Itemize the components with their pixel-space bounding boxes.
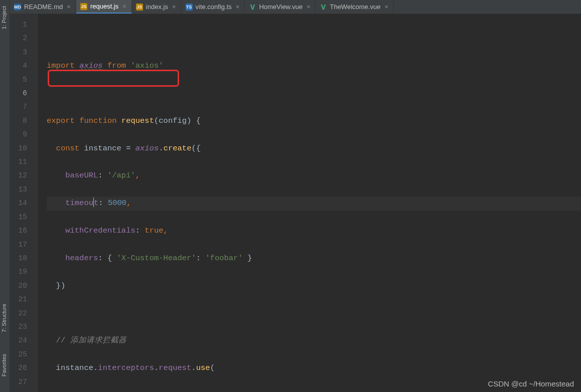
editor-tab-index-js[interactable]: JSindex.js× (132, 0, 182, 14)
close-icon[interactable]: × (307, 3, 311, 11)
close-icon[interactable]: × (236, 3, 240, 11)
ident-instance-2: instance (56, 363, 93, 372)
code-area[interactable]: import axios from 'axios' export functio… (38, 14, 581, 392)
close-icon[interactable]: × (67, 3, 71, 11)
line-number-gutter: 1234567891011121314151617181920212223242… (10, 14, 38, 392)
val-5000: 5000 (108, 199, 126, 208)
method-use: use (196, 363, 210, 372)
line-number: 23 (10, 320, 37, 334)
line-number: 17 (10, 238, 37, 252)
identifier-axios: axios (79, 61, 103, 70)
val-api: '/api' (107, 171, 135, 180)
line-number: 7 (10, 100, 37, 114)
line-number: 2 (10, 32, 37, 45)
md-file-icon: MD (14, 4, 21, 11)
tab-label: index.js (146, 3, 168, 11)
string-axios: 'axios' (130, 61, 163, 70)
comment-text-11: 添加请求拦截器 (70, 336, 126, 345)
close-icon[interactable]: × (172, 3, 176, 11)
js-file-icon: JS (80, 3, 87, 10)
prop-timeout-b: t (94, 199, 98, 208)
keyword-import: import (47, 61, 75, 70)
code-editor[interactable]: 1234567891011121314151617181920212223242… (10, 14, 581, 392)
line-number: 14 (10, 197, 37, 210)
editor-tab-vite-config-ts[interactable]: TSvite.config.ts× (182, 0, 245, 14)
keyword-export: export (47, 116, 75, 125)
line-number: 21 (10, 293, 37, 306)
keyword-from: from (107, 61, 126, 70)
line-number: 3 (10, 46, 37, 59)
sidebar-tab-structure[interactable]: 7: Structure (0, 301, 10, 335)
header-key: 'X-Custom-Header' (117, 254, 196, 263)
func-request: request (121, 116, 154, 125)
line-number: 12 (10, 169, 37, 182)
line-number: 1 (10, 18, 37, 32)
method-create: create (164, 144, 192, 153)
prop-baseurl: baseURL (65, 171, 98, 180)
line-number: 6 (10, 87, 37, 100)
header-val: 'foobar' (205, 254, 242, 263)
line-number: 9 (10, 128, 37, 141)
line-number: 8 (10, 114, 37, 128)
line-number: 10 (10, 142, 37, 155)
line-number: 22 (10, 307, 37, 320)
left-tool-sidebar: 1: Project 7: Structure Favorites (0, 0, 10, 392)
prop-withcred: withCredentials (65, 226, 135, 235)
close-icon[interactable]: × (122, 3, 126, 10)
prop-request: request (159, 363, 191, 372)
prop-interceptors: interceptors (98, 363, 154, 372)
line-number: 20 (10, 279, 37, 293)
line-number: 11 (10, 155, 37, 169)
sidebar-tab-project[interactable]: 1: Project (0, 3, 10, 32)
line-number: 19 (10, 265, 37, 279)
line-number: 16 (10, 224, 37, 238)
line-number: 24 (10, 334, 37, 347)
line-number: 25 (10, 348, 37, 361)
line-number: 15 (10, 211, 37, 224)
line-number: 18 (10, 252, 37, 265)
tab-label: request.js (90, 3, 118, 10)
keyword-function: function (79, 116, 116, 125)
prop-timeout-a: timeou (65, 199, 93, 208)
param-config: config (159, 116, 187, 125)
line-number: 4 (10, 59, 37, 73)
prop-headers: headers (65, 254, 98, 263)
editor-tab-thewelcome-vue[interactable]: VTheWelcome.vue× (316, 0, 394, 14)
line-number: 26 (10, 361, 37, 375)
val-true: true (144, 226, 163, 235)
vue-file-icon: V (249, 4, 256, 11)
ident-axios2: axios (135, 144, 159, 153)
comment-slashes-11: // (56, 336, 70, 345)
line-number: 27 (10, 375, 37, 389)
editor-tab-homeview-vue[interactable]: VHomeView.vue× (245, 0, 316, 14)
close-icon[interactable]: × (384, 3, 388, 11)
line-number: 13 (10, 183, 37, 197)
op-eq: = (126, 144, 130, 153)
tab-label: TheWelcome.vue (330, 3, 380, 11)
sidebar-tab-favorites[interactable]: Favorites (0, 351, 10, 379)
editor-tab-request-js[interactable]: JSrequest.js× (76, 0, 132, 14)
tab-label: README.md (24, 3, 63, 11)
keyword-const: const (56, 144, 80, 153)
tab-label: vite.config.ts (196, 3, 232, 11)
editor-tab-readme-md[interactable]: MDREADME.md× (10, 0, 76, 14)
line-number: 5 (10, 73, 37, 87)
tab-label: HomeView.vue (259, 3, 302, 11)
vue-file-icon: V (320, 4, 327, 11)
editor-tabs-bar: MDREADME.md×JSrequest.js×JSindex.js×TSvi… (10, 0, 581, 14)
ident-instance: instance (84, 144, 121, 153)
ts-file-icon: TS (186, 4, 193, 11)
js-file-icon: JS (136, 4, 143, 11)
